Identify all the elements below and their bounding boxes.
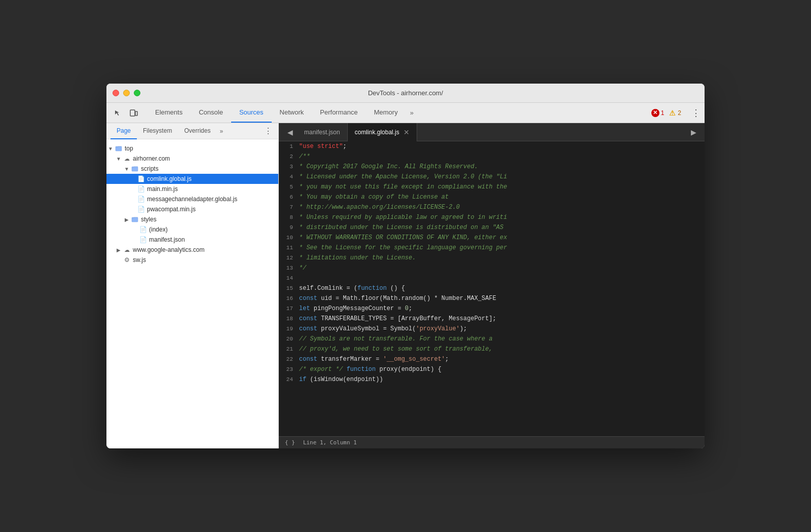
- file-icon-manifest: 📄: [139, 236, 147, 244]
- panel-tab-filesystem[interactable]: Filesystem: [137, 123, 178, 139]
- svg-rect-3: [132, 167, 138, 171]
- file-icon-index: 📄: [139, 225, 147, 234]
- folder-icon-styles: [131, 215, 139, 223]
- main-content: Page Filesystem Overrides » ⋮ ▼: [106, 123, 705, 448]
- label-analytics: www.google-analytics.com: [133, 246, 204, 253]
- tree-item-main[interactable]: 📄 main.min.js: [106, 184, 278, 194]
- code-line-3: 3 * Copyright 2017 Google Inc. All Right…: [279, 162, 705, 172]
- editor-tab-manifest[interactable]: manifest.json: [297, 123, 348, 141]
- main-tabbar: Elements Console Sources Network Perform…: [106, 103, 705, 123]
- tree-item-styles[interactable]: ▶ styles: [106, 214, 278, 224]
- code-line-10: 10 * WITHOUT WARRANTIES OR CONDITIONS OF…: [279, 233, 705, 243]
- label-index: (index): [149, 226, 168, 233]
- devtools-menu-button[interactable]: ⋮: [687, 103, 705, 123]
- panel-tab-page[interactable]: Page: [110, 123, 137, 139]
- panel-menu-button[interactable]: ⋮: [262, 126, 274, 136]
- code-line-11: 11 * See the License for the specific la…: [279, 243, 705, 253]
- status-bar: { } Line 1, Column 1: [279, 436, 705, 448]
- tab-memory[interactable]: Memory: [366, 103, 406, 123]
- svg-rect-0: [130, 110, 135, 116]
- code-line-15: 15 self.Comlink = (function () {: [279, 283, 705, 293]
- tab-network[interactable]: Network: [272, 103, 312, 123]
- code-line-7: 7 * http://www.apache.org/licenses/LICEN…: [279, 202, 705, 212]
- tree-item-comlink[interactable]: 📄 comlink.global.js: [106, 174, 278, 184]
- svg-rect-2: [116, 146, 122, 151]
- pretty-print-button[interactable]: { }: [285, 439, 295, 446]
- devtools-window: DevTools - airhorner.com/ Elements Conso…: [106, 84, 705, 448]
- tab-spacer: [418, 103, 651, 123]
- tree-item-sw[interactable]: ▶ ⚙ sw.js: [106, 255, 278, 265]
- close-button[interactable]: [113, 90, 119, 96]
- right-panel: ◀ manifest.json comlink.global.js ✕ ▶ 1 …: [279, 123, 705, 448]
- code-editor[interactable]: 1 "use strict"; 2 /** 3 * Copyright 2017…: [279, 141, 705, 436]
- inspect-icon[interactable]: [110, 106, 125, 120]
- badges-area: ✕ 1 ⚠ 2: [651, 103, 687, 123]
- code-line-1: 1 "use strict";: [279, 141, 705, 151]
- device-icon[interactable]: [127, 106, 141, 120]
- js-file-icon-main: 📄: [137, 185, 145, 193]
- collapse-panel-button[interactable]: ◀: [283, 125, 297, 139]
- tree-item-manifest[interactable]: ▶ 📄 manifest.json: [106, 235, 278, 245]
- gear-icon-sw: ⚙: [123, 256, 131, 264]
- cloud-icon-analytics: ☁: [123, 246, 131, 254]
- tab-sources[interactable]: Sources: [231, 103, 272, 123]
- arrow-analytics: ▶: [115, 246, 123, 254]
- arrow-styles: ▶: [123, 215, 131, 223]
- close-tab-button[interactable]: ✕: [403, 128, 410, 136]
- maximize-button[interactable]: [134, 90, 140, 96]
- code-line-19: 19 const proxyValueSymbol = Symbol('prox…: [279, 324, 705, 334]
- tree-item-pwacompat[interactable]: 📄 pwacompat.min.js: [106, 204, 278, 214]
- cursor-position: Line 1, Column 1: [303, 439, 357, 446]
- label-comlink: comlink.global.js: [147, 175, 192, 182]
- folder-icon-top: [115, 144, 123, 153]
- error-badge: ✕ 1: [651, 109, 665, 117]
- minimize-button[interactable]: [123, 90, 130, 96]
- tree-item-airhorner[interactable]: ▼ ☁ airhorner.com: [106, 154, 278, 164]
- tab-performance[interactable]: Performance: [312, 103, 365, 123]
- label-manifest: manifest.json: [149, 236, 185, 243]
- code-line-20: 20 // Symbols are not transferable. For …: [279, 334, 705, 344]
- js-file-icon-pwa: 📄: [137, 205, 145, 213]
- tree-item-index[interactable]: ▶ 📄 (index): [106, 224, 278, 235]
- collapse-editor-button[interactable]: ▶: [686, 125, 701, 139]
- tab-console[interactable]: Console: [191, 103, 231, 123]
- label-scripts: scripts: [141, 165, 159, 172]
- tree-item-analytics[interactable]: ▶ ☁ www.google-analytics.com: [106, 245, 278, 255]
- tree-item-messagechannel[interactable]: 📄 messagechanneladapter.global.js: [106, 194, 278, 204]
- code-line-17: 17 let pingPongMessageCounter = 0;: [279, 303, 705, 314]
- cloud-icon-airhorner: ☁: [123, 155, 131, 163]
- tree-item-scripts[interactable]: ▼ scripts: [106, 164, 278, 174]
- editor-tab-comlink[interactable]: comlink.global.js ✕: [348, 123, 417, 141]
- label-airhorner: airhorner.com: [133, 155, 170, 162]
- label-sw: sw.js: [133, 256, 146, 263]
- warning-badge: ⚠ 2: [668, 109, 681, 117]
- code-line-9: 9 * distributed under the License is dis…: [279, 222, 705, 233]
- panel-tab-more[interactable]: »: [216, 128, 226, 135]
- arrow-top: ▼: [106, 144, 115, 153]
- left-panel: Page Filesystem Overrides » ⋮ ▼: [106, 123, 279, 448]
- label-pwacompat: pwacompat.min.js: [147, 206, 196, 213]
- label-main: main.min.js: [147, 185, 178, 193]
- more-tabs-button[interactable]: »: [406, 103, 418, 123]
- code-line-12: 12 * limitations under the License.: [279, 253, 705, 263]
- tree-item-top[interactable]: ▼ top: [106, 143, 278, 154]
- svg-rect-4: [132, 217, 138, 222]
- tab-elements[interactable]: Elements: [147, 103, 191, 123]
- folder-icon-scripts: [131, 165, 139, 173]
- devtools-icons: [110, 103, 147, 123]
- js-file-icon-mc: 📄: [137, 195, 145, 203]
- code-line-14: 14: [279, 273, 705, 283]
- editor-tab-manifest-label: manifest.json: [304, 129, 340, 136]
- code-line-16: 16 const uid = Math.floor(Math.random() …: [279, 293, 705, 303]
- panel-tab-overrides[interactable]: Overrides: [178, 123, 216, 139]
- warn-icon: ⚠: [668, 109, 676, 117]
- traffic-lights: [113, 90, 140, 96]
- file-tree: ▼ top ▼ ☁ airhorner.com: [106, 139, 278, 448]
- code-line-22: 22 const transferMarker = '__omg_so_secr…: [279, 354, 705, 364]
- window-title: DevTools - airhorner.com/: [368, 89, 443, 97]
- arrow-airhorner: ▼: [115, 155, 123, 163]
- js-file-icon-comlink: 📄: [137, 175, 145, 183]
- code-line-21: 21 // proxy'd, we need to set some sort …: [279, 344, 705, 354]
- error-icon: ✕: [651, 109, 659, 117]
- svg-rect-1: [135, 111, 137, 116]
